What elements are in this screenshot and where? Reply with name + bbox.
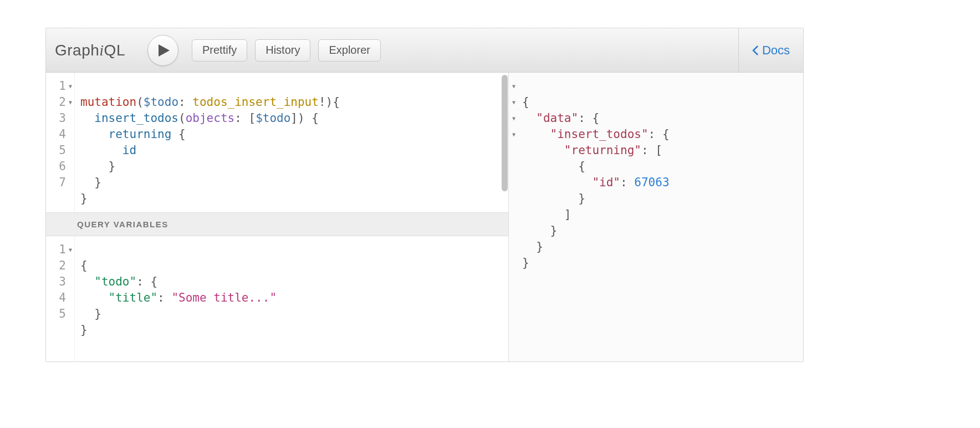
app-logo: GraphiQL [55,42,125,59]
result-gutter: ▼▼▼▼ [509,78,522,356]
logo-text-1: Graph [55,42,99,59]
logo-text-italic: i [99,42,104,59]
variables-editor[interactable]: 1▼2345 { "todo": { "title": "Some title.… [46,236,508,361]
variables-gutter: 1▼2345 [46,236,75,361]
scrollbar[interactable] [502,75,508,191]
play-icon [159,44,170,57]
query-code[interactable]: mutation($todo: todos_insert_input!){ in… [75,73,345,212]
execute-button[interactable] [147,35,178,66]
toolbar: GraphiQL Prettify History Explorer Docs [46,28,803,73]
explorer-button[interactable]: Explorer [318,39,380,62]
result-pane: ▼▼▼▼ { "data": { "insert_todos": { "retu… [509,73,803,361]
main-area: 1▼2▼34567 mutation($todo: todos_insert_i… [46,73,803,361]
query-variables-header[interactable]: QUERY VARIABLES [46,212,508,236]
svg-marker-0 [159,44,170,57]
logo-text-2: QL [104,42,125,59]
prettify-button[interactable]: Prettify [192,39,247,62]
query-editor[interactable]: 1▼2▼34567 mutation($todo: todos_insert_i… [46,73,508,212]
graphiql-app: GraphiQL Prettify History Explorer Docs … [45,28,804,362]
docs-label: Docs [762,43,790,58]
result-code: { "data": { "insert_todos": { "returning… [522,78,676,356]
editor-pane: 1▼2▼34567 mutation($todo: todos_insert_i… [46,73,509,361]
docs-button[interactable]: Docs [738,28,803,72]
query-gutter: 1▼2▼34567 [46,73,75,212]
chevron-left-icon [752,45,759,55]
history-button[interactable]: History [255,39,310,62]
variables-code[interactable]: { "todo": { "title": "Some title..." } } [75,236,282,361]
